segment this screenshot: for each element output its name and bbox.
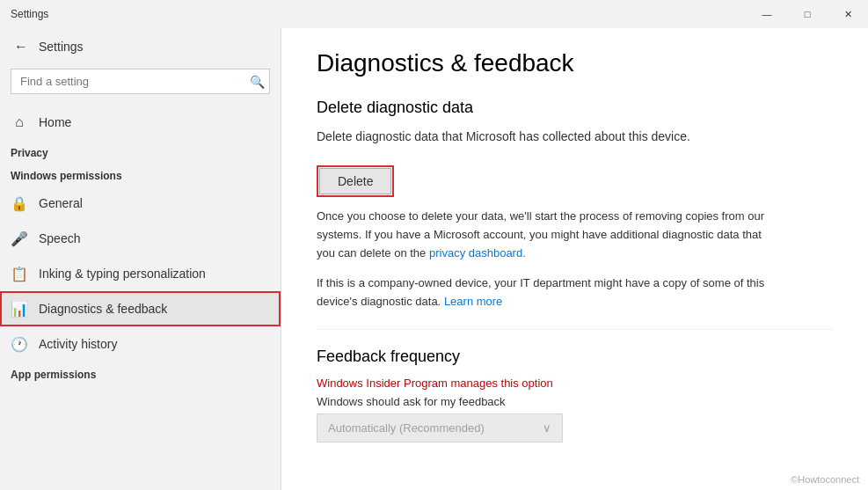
home-icon: ⌂ <box>11 113 28 131</box>
sidebar-item-speech-label: Speech <box>39 231 80 245</box>
sidebar-item-activity-label: Activity history <box>39 337 117 351</box>
sidebar-nav-top: ← Settings <box>0 28 281 65</box>
inking-icon: 📋 <box>11 265 28 282</box>
app-body: ← Settings 🔍 ⌂ Home Privacy Windows perm… <box>0 28 868 490</box>
search-input[interactable] <box>11 69 270 94</box>
sidebar-item-diagnostics[interactable]: 📊 Diagnostics & feedback <box>0 291 281 326</box>
watermark: ©Howtoconnect <box>791 474 859 485</box>
close-button[interactable]: ✕ <box>828 0 868 28</box>
titlebar-left: Settings <box>11 8 48 20</box>
page-title: Diagnostics & feedback <box>317 49 833 77</box>
activity-icon: 🕐 <box>11 335 28 353</box>
content-area: Diagnostics & feedback Delete diagnostic… <box>281 28 868 490</box>
titlebar-controls: — □ ✕ <box>747 0 868 28</box>
delete-button[interactable]: Delete <box>319 168 391 194</box>
maximize-button[interactable]: □ <box>787 0 828 28</box>
sidebar-app-title: Settings <box>39 40 84 54</box>
delete-section-title: Delete diagnostic data <box>317 99 833 117</box>
sidebar-item-inking[interactable]: 📋 Inking & typing personalization <box>0 256 281 291</box>
sidebar-item-speech[interactable]: 🎤 Speech <box>0 221 281 256</box>
sidebar-section-app-permissions: App permissions <box>0 362 281 384</box>
sidebar-item-inking-label: Inking & typing personalization <box>39 267 206 281</box>
feedback-section-title: Feedback frequency <box>317 347 833 366</box>
back-button[interactable]: ← <box>11 35 32 58</box>
speech-icon: 🎤 <box>11 230 28 247</box>
feedback-frequency-dropdown[interactable]: Automatically (Recommended) ∨ <box>317 413 563 442</box>
delete-description: Delete diagnostic data that Microsoft ha… <box>317 128 774 146</box>
info-text-2-prefix: If this is a company-owned device, your … <box>317 276 764 308</box>
minimize-button[interactable]: — <box>747 0 787 28</box>
search-box: 🔍 <box>11 69 270 94</box>
info-text-1-prefix: Once you choose to delete your data, we'… <box>317 209 764 260</box>
sidebar: ← Settings 🔍 ⌂ Home Privacy Windows perm… <box>0 28 281 490</box>
info-text-2: If this is a company-owned device, your … <box>317 274 774 311</box>
learn-more-link[interactable]: Learn more <box>444 295 502 308</box>
titlebar: Settings — □ ✕ <box>0 0 868 28</box>
dropdown-value: Automatically (Recommended) <box>328 421 485 435</box>
sidebar-item-home[interactable]: ⌂ Home <box>0 105 281 140</box>
section-divider <box>317 329 833 330</box>
info-text-1: Once you choose to delete your data, we'… <box>317 208 774 262</box>
sidebar-section-privacy: Privacy <box>0 140 281 163</box>
dropdown-label: Windows should ask for my feedback <box>317 395 833 408</box>
delete-button-wrapper: Delete <box>317 165 394 197</box>
privacy-dashboard-link[interactable]: privacy dashboard. <box>429 246 526 260</box>
chevron-down-icon: ∨ <box>543 421 551 435</box>
sidebar-item-activity[interactable]: 🕐 Activity history <box>0 326 281 362</box>
sidebar-item-general-label: General <box>39 196 83 210</box>
diagnostics-icon: 📊 <box>11 300 28 318</box>
sidebar-item-diagnostics-label: Diagnostics & feedback <box>39 302 167 316</box>
windows-insider-text: Windows Insider Program manages this opt… <box>317 377 833 390</box>
lock-icon: 🔒 <box>11 194 28 212</box>
sidebar-section-windows-permissions: Windows permissions <box>0 163 281 186</box>
sidebar-item-home-label: Home <box>39 115 71 129</box>
sidebar-item-general[interactable]: 🔒 General <box>0 186 281 221</box>
search-icon[interactable]: 🔍 <box>250 75 265 89</box>
titlebar-title: Settings <box>11 8 48 20</box>
